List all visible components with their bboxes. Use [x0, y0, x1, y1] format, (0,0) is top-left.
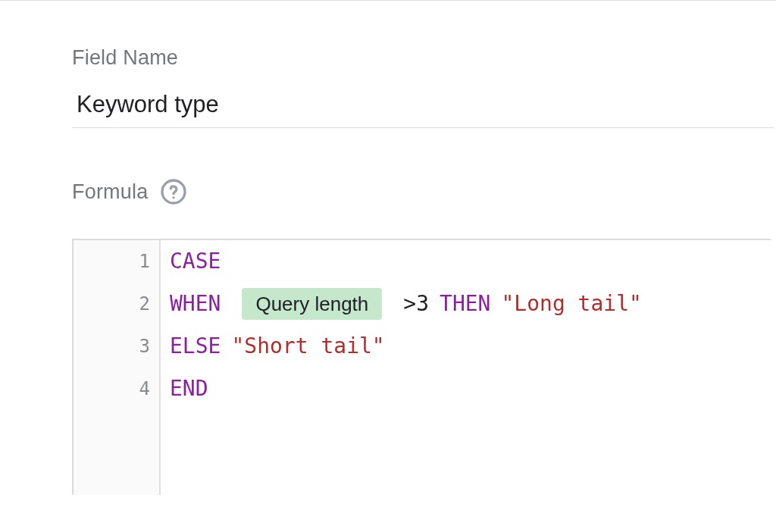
svg-point-1	[173, 196, 175, 199]
line-number	[74, 410, 150, 452]
line-number: 1	[74, 240, 150, 283]
code-line: WHEN Query length >3 THEN "Long tail"	[170, 283, 642, 325]
help-icon[interactable]	[160, 178, 187, 205]
calculated-field-editor: Field Name Formula 1 2 3 4 CASE WHEN	[0, 1, 776, 495]
code-line: END	[170, 368, 642, 410]
code-area[interactable]: CASE WHEN Query length >3 THEN "Long tai…	[161, 240, 642, 495]
line-number	[74, 452, 150, 495]
string-literal: "Short tail"	[231, 336, 384, 357]
line-number: 2	[74, 283, 150, 325]
formula-editor[interactable]: 1 2 3 4 CASE WHEN Query length >3 THEN "…	[72, 239, 771, 495]
keyword-else: ELSE	[170, 336, 221, 357]
line-number: 4	[74, 368, 150, 410]
keyword-case: CASE	[170, 251, 221, 272]
line-number: 3	[74, 325, 150, 368]
code-line: CASE	[170, 240, 642, 283]
operator: >3	[403, 293, 429, 315]
field-name-input[interactable]	[72, 91, 774, 128]
string-literal: "Long tail"	[501, 293, 641, 315]
code-line: ELSE "Short tail"	[170, 325, 642, 368]
keyword-then: THEN	[440, 293, 490, 315]
formula-label: Formula	[72, 180, 148, 204]
keyword-end: END	[170, 378, 208, 399]
formula-header: Formula	[72, 178, 776, 205]
field-name-label: Field Name	[72, 46, 776, 70]
field-chip-query-length[interactable]: Query length	[242, 288, 382, 320]
keyword-when: WHEN	[170, 293, 221, 315]
line-gutter: 1 2 3 4	[74, 240, 161, 495]
